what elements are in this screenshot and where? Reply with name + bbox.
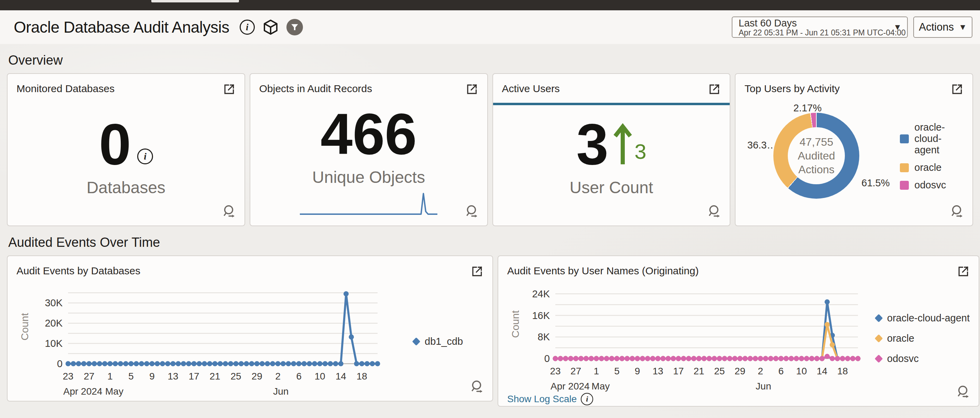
cube-icon[interactable] — [262, 19, 279, 35]
title-icon-group: i — [240, 19, 303, 35]
objects-sparkline-chart[interactable] — [300, 191, 438, 216]
user-events-line-chart[interactable]: 08K16K24KCount2327159131721252926101418A… — [507, 284, 864, 392]
svg-text:2: 2 — [758, 366, 764, 377]
log-search-icon[interactable] — [221, 204, 237, 221]
open-in-new-tab-icon[interactable] — [223, 83, 235, 96]
svg-text:Count: Count — [19, 313, 30, 341]
slice-label-odosvc: 2.17% — [793, 102, 821, 114]
metric-delta: 3 — [635, 139, 646, 164]
svg-text:Jun: Jun — [273, 386, 288, 397]
time-range-select[interactable]: Last 60 Days Apr 22 05:31 PM - Jun 21 05… — [732, 16, 908, 38]
svg-text:1: 1 — [594, 366, 599, 377]
svg-text:Apr 2024: Apr 2024 — [550, 381, 590, 391]
legend-item-odosvc[interactable]: odosvc — [900, 180, 964, 191]
info-icon[interactable]: i — [240, 20, 255, 35]
legend-swatch — [900, 134, 909, 143]
show-log-scale-link[interactable]: Show Log Scale — [507, 394, 577, 405]
card-title: Audit Events by Databases — [16, 265, 140, 277]
svg-text:18: 18 — [356, 371, 367, 381]
card-title: Top Users by Activity — [745, 83, 840, 95]
chevron-down-icon: ▼ — [893, 22, 902, 32]
overview-cards-row: Monitored Databases 0 i Databases — [7, 73, 973, 226]
svg-text:1: 1 — [107, 371, 113, 381]
filter-icon[interactable] — [286, 19, 303, 35]
svg-text:30K: 30K — [45, 297, 63, 308]
legend-diamond-icon — [875, 314, 883, 322]
browser-tab-remnant — [151, 0, 239, 2]
svg-text:10: 10 — [315, 371, 325, 381]
svg-text:23: 23 — [63, 371, 73, 381]
donut-center-caption: Actions — [799, 162, 835, 176]
svg-text:25: 25 — [231, 371, 242, 381]
svg-text:10K: 10K — [45, 338, 63, 349]
user-events-legend: oracle-cloud-agentoracleodosvc — [876, 313, 970, 364]
metric-subtitle: Unique Objects — [312, 168, 425, 187]
legend-item-oracle-cloud-agent[interactable]: oracle-cloud-agent — [876, 313, 970, 324]
card-audit-events-by-databases: Audit Events by Databases 010K20K30KCoun… — [7, 256, 493, 402]
db-events-legend: db1_cdb — [413, 336, 463, 347]
metric-subtitle: Databases — [87, 178, 165, 197]
svg-text:9: 9 — [635, 366, 640, 377]
svg-text:May: May — [105, 386, 123, 397]
open-in-new-tab-icon[interactable] — [950, 83, 964, 96]
log-search-icon[interactable] — [706, 204, 722, 221]
svg-text:0: 0 — [57, 358, 63, 369]
svg-text:10: 10 — [796, 366, 807, 377]
legend-item-db1_cdb[interactable]: db1_cdb — [413, 336, 463, 347]
slice-label-oracle: 36.3… — [747, 140, 776, 151]
section-title-events-over-time: Audited Events Over Time — [8, 235, 980, 250]
open-in-new-tab-icon[interactable] — [957, 265, 970, 278]
metric-value: 466 — [320, 105, 417, 163]
svg-text:Jun: Jun — [756, 381, 771, 391]
legend-diamond-icon — [412, 337, 420, 345]
svg-text:16K: 16K — [532, 310, 550, 321]
chevron-down-icon: ▼ — [959, 22, 967, 32]
svg-text:9: 9 — [149, 371, 155, 381]
card-monitored-databases: Monitored Databases 0 i Databases — [7, 73, 245, 226]
page-title: Oracle Database Audit Analysis — [14, 18, 229, 37]
card-title: Audit Events by User Names (Originating) — [507, 265, 699, 277]
open-in-new-tab-icon[interactable] — [470, 265, 484, 278]
svg-text:27: 27 — [571, 366, 581, 377]
svg-text:24K: 24K — [532, 288, 550, 299]
card-title: Objects in Audit Records — [259, 83, 372, 95]
card-objects-in-audit-records: Objects in Audit Records 466 Unique Obje… — [250, 73, 488, 226]
metric-value: 0 — [99, 116, 131, 173]
log-search-icon[interactable] — [949, 204, 965, 221]
donut-chart[interactable]: 2.17% 36.3… 61.5% 47,755 Audited Actions — [749, 103, 890, 210]
svg-text:Apr 2024: Apr 2024 — [63, 386, 102, 397]
legend-item-oracle-cloud-agent[interactable]: oracle-cloud-agent — [900, 122, 964, 156]
open-in-new-tab-icon[interactable] — [465, 83, 478, 96]
svg-text:14: 14 — [336, 371, 346, 381]
card-top-users-by-activity: Top Users by Activity 2.17% 36.3… 61.5% — [735, 73, 973, 226]
legend-item-oracle[interactable]: oracle — [876, 333, 970, 344]
info-icon[interactable]: i — [581, 393, 593, 405]
legend-diamond-icon — [875, 354, 883, 362]
card-active-users: Active Users 3 — [492, 73, 731, 226]
svg-text:6: 6 — [778, 366, 784, 377]
db-events-line-chart[interactable]: 010K20K30KCount2327159131721252926101418… — [16, 284, 402, 398]
open-in-new-tab-icon[interactable] — [708, 83, 721, 96]
legend-item-oracle[interactable]: oracle — [900, 162, 964, 173]
card-audit-events-by-user-names: Audit Events by User Names (Originating)… — [498, 256, 979, 407]
legend-swatch — [900, 181, 909, 190]
legend-item-odosvc[interactable]: odosvc — [876, 353, 970, 364]
donut-legend: oracle-cloud-agent oracle odosvc — [900, 122, 964, 191]
svg-text:21: 21 — [210, 371, 220, 381]
svg-text:21: 21 — [694, 366, 704, 377]
info-icon[interactable]: i — [137, 148, 153, 164]
svg-text:13: 13 — [168, 371, 178, 381]
svg-text:5: 5 — [128, 371, 134, 381]
card-selected-accent — [493, 103, 730, 105]
dashboard-page: Oracle Database Audit Analysis i — [0, 0, 980, 418]
svg-text:5: 5 — [614, 366, 620, 377]
actions-button[interactable]: Actions ▼ — [913, 16, 972, 38]
log-search-icon[interactable] — [464, 204, 480, 221]
legend-swatch — [900, 163, 909, 172]
log-search-icon[interactable] — [955, 384, 971, 401]
svg-text:17: 17 — [673, 366, 684, 377]
donut-center: 47,755 Audited Actions — [788, 127, 845, 184]
time-range-detail: Apr 22 05:31 PM - Jun 21 05:31 PM UTC-04… — [738, 29, 893, 37]
donut-center-caption: Audited — [798, 149, 835, 162]
log-search-icon[interactable] — [469, 379, 485, 396]
